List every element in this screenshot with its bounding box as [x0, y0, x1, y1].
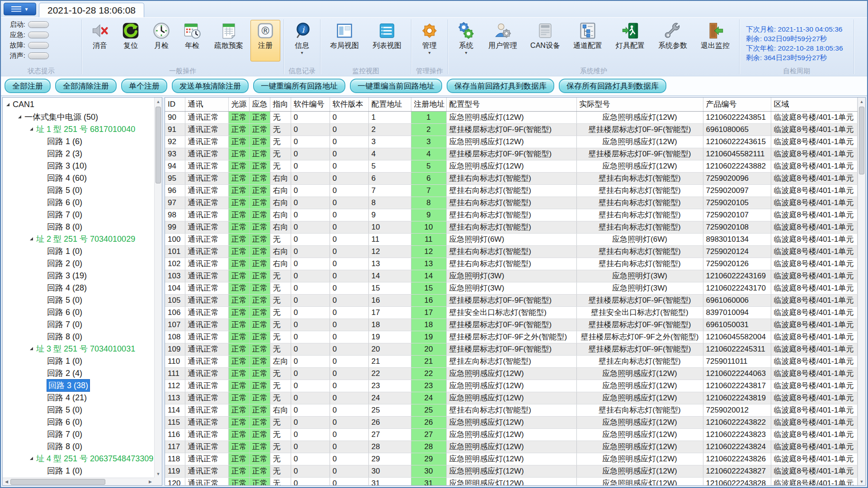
tree-item[interactable]: 回路 2 (4): [3, 367, 154, 379]
table-row[interactable]: 91通讯正常正常正常无0022壁挂楼层标志灯0F-9F(智能型)壁挂楼层标志灯0…: [165, 123, 858, 136]
table-row[interactable]: 99通讯正常正常正常右向001010壁挂右向标志灯(智能型)壁挂右向标志灯(智能…: [165, 221, 858, 233]
tree-item[interactable]: 址 2 型 251 号 7034010029: [3, 233, 154, 245]
scroll-right-icon[interactable]: ▶: [146, 479, 154, 484]
tree-item[interactable]: 回路 4 (21): [3, 391, 154, 404]
channel-config-button[interactable]: 通道配置: [567, 20, 609, 61]
tree-expand-icon[interactable]: [30, 237, 33, 240]
table-row[interactable]: 112通讯正常正常正常无002323应急照明感应灯(12W)应急照明感应灯(12…: [165, 380, 858, 392]
table-scroll-thumb[interactable]: [859, 107, 864, 174]
column-header[interactable]: ID: [165, 98, 185, 111]
monthly-check-button[interactable]: 月检: [146, 20, 176, 61]
register-button[interactable]: ® 注册: [250, 20, 280, 61]
tree-item[interactable]: 回路 8 (0): [3, 330, 154, 343]
column-header[interactable]: 实际型号: [576, 98, 703, 111]
table-row[interactable]: 93通讯正常正常正常无0044壁挂楼层标志灯0F-9F(智能型)壁挂楼层标志灯0…: [165, 148, 858, 160]
column-header[interactable]: 产品编号: [703, 98, 771, 111]
column-header[interactable]: 注册地址: [411, 98, 446, 111]
table-row[interactable]: 116通讯正常正常正常无002727应急照明感应灯(12W)应急照明感应灯(12…: [165, 428, 858, 441]
mute-button[interactable]: 消音: [85, 20, 115, 61]
table-row[interactable]: 110通讯正常正常正常左向002121壁挂左向标志灯(智能型)壁挂左向标志灯(智…: [165, 355, 858, 367]
table-row[interactable]: 108通讯正常正常正常无001919壁挂楼层标志灯0F-9F之外(智能型)壁挂楼…: [165, 331, 858, 343]
tree-horizontal-scrollbar[interactable]: ◀ ▶: [3, 478, 154, 485]
tree-item[interactable]: 一体式集中电源 (50): [3, 111, 154, 123]
table-row[interactable]: 115通讯正常正常正常无002626应急照明感应灯(12W)应急照明感应灯(12…: [165, 416, 858, 428]
scroll-left-icon[interactable]: ◀: [3, 479, 10, 484]
tree-item[interactable]: 回路 1 (0): [3, 245, 154, 257]
table-row[interactable]: 98通讯正常正常正常右向0099壁挂右向标志灯(智能型)壁挂右向标志灯(智能型)…: [165, 209, 858, 221]
table-row[interactable]: 111通讯正常正常正常无002222应急照明感应灯(12W)应急照明感应灯(12…: [165, 367, 858, 380]
table-row[interactable]: 109通讯正常正常正常无002020壁挂楼层标志灯0F-9F(智能型)壁挂楼层标…: [165, 343, 858, 355]
tree-item[interactable]: 回路 1 (0): [3, 465, 154, 477]
tree-item[interactable]: 址 1 型 251 号 6817010040: [3, 123, 154, 135]
lamp-config-button[interactable]: 灯具配置: [609, 20, 651, 61]
column-header[interactable]: 光源: [228, 98, 249, 111]
column-header[interactable]: 配置地址: [368, 98, 411, 111]
user-management-button[interactable]: 用户管理: [482, 20, 524, 61]
table-row[interactable]: 113通讯正常正常正常无002424应急照明感应灯(12W)应急照明感应灯(12…: [165, 392, 858, 404]
table-row[interactable]: 107通讯正常正常正常无001818壁挂楼层标志灯0F-9F(智能型)壁挂楼层标…: [165, 319, 858, 331]
column-header[interactable]: 通讯: [185, 98, 228, 111]
tree-item[interactable]: 回路 4 (60): [3, 172, 154, 184]
column-header[interactable]: 软件编号: [291, 98, 330, 111]
tree-item[interactable]: 回路 8 (0): [3, 440, 154, 452]
table-row[interactable]: 117通讯正常正常正常无002828应急照明感应灯(12W)应急照明感应灯(12…: [165, 441, 858, 453]
clear-all-register-button[interactable]: 全部清除注册: [55, 79, 117, 93]
tree-expand-icon[interactable]: [30, 457, 33, 460]
layout-view-button[interactable]: 布局视图: [324, 20, 365, 61]
tree-item[interactable]: 回路 6 (0): [3, 306, 154, 318]
system-button[interactable]: 系统 ▾: [451, 20, 481, 61]
tree-item[interactable]: 址 3 型 251 号 7034010031: [3, 343, 154, 355]
manage-button[interactable]: 管理 ▾: [415, 20, 444, 61]
tree-item[interactable]: 回路 2 (0): [3, 257, 154, 269]
tree-item[interactable]: CAN1: [3, 99, 154, 111]
column-header[interactable]: 软件版本: [330, 98, 368, 111]
table-row[interactable]: 106通讯正常正常正常无001717壁挂安全出口标志灯(智能型)壁挂安全出口标志…: [165, 306, 858, 319]
tree-expand-icon[interactable]: [30, 127, 33, 131]
table-row[interactable]: 100通讯正常正常正常无001111应急照明灯(6W)应急照明灯(6W)8983…: [165, 233, 858, 245]
tree-expand-icon[interactable]: [30, 347, 33, 350]
tree-item[interactable]: 回路 4 (28): [3, 282, 154, 294]
table-row[interactable]: 96通讯正常正常正常右向0077壁挂右向标志灯(智能型)壁挂右向标志灯(智能型)…: [165, 184, 858, 197]
table-row[interactable]: 103通讯正常正常正常无001414应急照明灯(3W)应急照明灯(3W)1210…: [165, 270, 858, 282]
column-header[interactable]: 应急: [249, 98, 270, 111]
column-header[interactable]: 区域: [771, 98, 858, 111]
table-row[interactable]: 120通讯正常正常正常无003131应急照明感应灯(12W)应急照明感应灯(12…: [165, 477, 858, 485]
table-row[interactable]: 92通讯正常正常正常无0033应急照明感应灯(12W)应急照明感应灯(12W)1…: [165, 136, 858, 148]
reset-button[interactable]: 复位: [116, 20, 146, 61]
scroll-up-icon[interactable]: ▲: [155, 98, 162, 105]
table-vertical-scrollbar[interactable]: ▲ ▼: [858, 98, 865, 485]
tree-vertical-scrollbar[interactable]: ▲ ▼: [154, 98, 162, 478]
renumber-current-loop-button[interactable]: 一键重编当前回路地址: [350, 79, 442, 93]
tree-item[interactable]: 回路 8 (0): [3, 221, 154, 233]
tree-item[interactable]: 回路 6 (0): [3, 416, 154, 428]
tree-item[interactable]: 回路 3 (19): [3, 269, 154, 282]
table-row[interactable]: 119通讯正常正常正常无003030应急照明感应灯(12W)应急照明感应灯(12…: [165, 465, 858, 477]
tree-item[interactable]: 回路 2 (3): [3, 147, 154, 160]
scroll-down-icon[interactable]: ▼: [858, 478, 865, 485]
tree-item[interactable]: 回路 5 (0): [3, 294, 154, 306]
tree-item[interactable]: 回路 7 (0): [3, 428, 154, 440]
scroll-up-icon[interactable]: ▲: [858, 98, 865, 105]
register-single-button[interactable]: 单个注册: [121, 79, 167, 93]
table-row[interactable]: 104通讯正常正常正常无001515应急照明灯(3W)应急照明灯(3W)1210…: [165, 282, 858, 294]
app-menu-button[interactable]: ▼: [4, 3, 36, 15]
can-device-button[interactable]: CAN设备: [524, 20, 566, 61]
table-row[interactable]: 101通讯正常正常正常右向001212壁挂右向标志灯(智能型)壁挂右向标志灯(智…: [165, 245, 858, 258]
tree-hscroll-thumb[interactable]: [10, 479, 105, 485]
table-row[interactable]: 118通讯正常正常正常无002929应急照明感应灯(12W)应急照明感应灯(12…: [165, 453, 858, 465]
tree-item[interactable]: 址 4 型 251 号 20637548473309: [3, 452, 154, 465]
table-row[interactable]: 94通讯正常正常正常无0055应急照明感应灯(12W)应急照明感应灯(12W)1…: [165, 160, 858, 172]
annual-check-button[interactable]: 年检: [177, 20, 207, 61]
evacuation-plan-button[interactable]: 疏散预案: [208, 20, 250, 61]
send-single-clear-button[interactable]: 发送单独清除注册: [172, 79, 249, 93]
system-params-button[interactable]: 系统参数: [652, 20, 693, 61]
save-current-loop-button[interactable]: 保存当前回路灯具到数据库: [447, 79, 554, 93]
tree-expand-icon[interactable]: [6, 103, 9, 106]
table-row[interactable]: 90通讯正常正常正常无0011应急照明感应灯(12W)应急照明感应灯(12W)1…: [165, 111, 858, 123]
column-header[interactable]: 指向: [270, 98, 291, 111]
table-row[interactable]: 105通讯正常正常正常无001616壁挂楼层标志灯0F-9F(智能型)壁挂楼层标…: [165, 294, 858, 306]
tree-item[interactable]: 回路 7 (0): [3, 208, 154, 221]
tree-item[interactable]: 回路 6 (0): [3, 196, 154, 208]
tree-item[interactable]: 回路 1 (0): [3, 355, 154, 367]
scroll-down-icon[interactable]: ▼: [155, 470, 162, 478]
